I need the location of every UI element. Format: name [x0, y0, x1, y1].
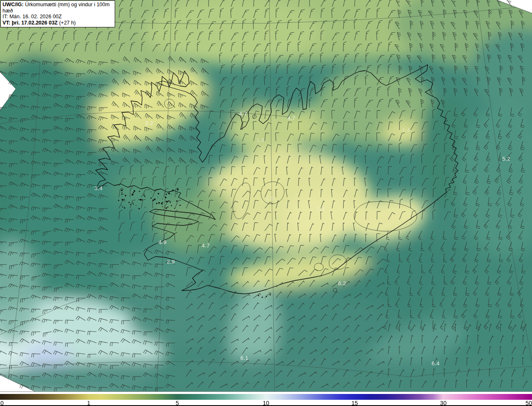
islet-dot: [133, 190, 135, 192]
glacier-outline: [329, 255, 347, 270]
valid-time-offset: (+27 h): [58, 20, 76, 26]
weather-map-screen: 2.24.74.71.81.45.23.41.61.34.94.72.96.26…: [0, 0, 532, 406]
islet-dot: [124, 194, 125, 195]
islet-dot: [171, 194, 171, 195]
islet-dot: [176, 201, 177, 202]
islet-dot: [169, 193, 170, 194]
islet-dot: [150, 198, 152, 199]
islet-dot: [156, 203, 158, 204]
islet-dot: [121, 192, 122, 193]
map-canvas: 2.24.74.71.81.45.23.41.61.34.94.72.96.26…: [0, 0, 532, 392]
precip-value-label: 4.9: [158, 239, 167, 245]
islet-dot: [176, 193, 177, 194]
product-code: UWC/IG:: [2, 2, 24, 7]
precip-value-label: 3.4: [94, 185, 103, 191]
islet-dot: [133, 203, 133, 203]
islet-dot: [138, 199, 139, 200]
islet-dot: [166, 194, 167, 195]
islet-dot: [180, 205, 181, 206]
precip-value-label: 4.7: [287, 115, 296, 121]
title-line-init-time: IT: Mán. 16. 02. 2026 00Z: [2, 14, 113, 20]
precip-value-label: 1.6: [266, 195, 274, 201]
precip-value-label: 1.4: [402, 127, 410, 133]
islet-dot: [167, 207, 169, 208]
islet-dot: [155, 191, 156, 192]
islet-dot: [158, 197, 158, 197]
islet-dot: [133, 193, 133, 194]
islet-dot: [158, 193, 159, 195]
islet-dot: [177, 192, 177, 193]
islet-dot: [124, 207, 125, 208]
islet-dot: [170, 202, 171, 203]
precip-value-label: 2.2: [145, 120, 153, 126]
islet-dot: [269, 294, 271, 295]
islet-dot: [121, 190, 123, 191]
islet-dot: [123, 199, 125, 200]
islet-dot: [162, 199, 163, 200]
glacier-outline: [165, 99, 175, 108]
islet-dot: [122, 199, 123, 201]
precip-blob: [145, 0, 320, 64]
islet-dot: [161, 203, 162, 204]
islet-dot: [133, 204, 134, 205]
islet-dot: [132, 194, 133, 196]
precip-value-label: 4.7: [239, 110, 247, 117]
islet-dot: [150, 192, 151, 193]
islet-dot: [144, 193, 145, 194]
colorbar: 01510153050: [0, 392, 532, 406]
islet-dot: [162, 206, 163, 207]
title-line-valid-time: VT: þri. 17.02.2026 03Z (+27 h): [2, 20, 113, 26]
colorbar-gradient: [0, 394, 532, 400]
islet-dot: [148, 189, 149, 190]
precip-value-label: 6.4: [431, 360, 440, 367]
islet-dot: [128, 202, 130, 203]
islet-dot: [118, 200, 119, 201]
islet-dot: [177, 188, 179, 190]
islet-dot: [133, 192, 134, 193]
islet-dot: [162, 202, 163, 203]
precip-value-label: 4.7: [202, 242, 210, 249]
islet-dot: [172, 190, 174, 191]
precip-value-label: 2.9: [167, 259, 175, 265]
islet-dot: [143, 194, 145, 196]
precip-blob: [128, 286, 232, 346]
islet-dot: [135, 205, 136, 206]
islet-dot: [261, 296, 263, 298]
islet-dot: [140, 199, 141, 201]
title-box: UWC/IG: Úrkomumætti (mm) og vindur i 100…: [0, 0, 115, 27]
islet-dot: [138, 208, 140, 209]
islet-dot: [145, 207, 145, 208]
islet-dot: [139, 191, 140, 192]
title-line-product: UWC/IG: Úrkomumætti (mm) og vindur i 100…: [2, 2, 113, 14]
islet-dot: [171, 205, 172, 206]
colorbar-tick-labels: 01510153050: [0, 400, 532, 405]
islet-dot: [125, 195, 126, 196]
islet-dot: [121, 193, 123, 195]
islet-dot: [130, 204, 131, 205]
islet-dot: [158, 202, 160, 204]
precip-value-label: 5.2: [502, 156, 510, 162]
islet-dot: [144, 196, 145, 197]
precip-value-label: 1.8: [256, 137, 265, 143]
islet-dot: [121, 205, 121, 205]
islet-dot: [165, 207, 167, 209]
islet-dot: [123, 189, 123, 190]
precip-value-label: 6.2: [338, 280, 346, 286]
islet-dot: [122, 206, 123, 207]
islet-dot: [258, 295, 259, 296]
valid-time: VT: þri. 17.02.2026 03Z: [2, 20, 58, 26]
precip-value-label: 1.3: [316, 205, 325, 212]
precip-value-label: 6.1: [240, 355, 249, 361]
islet-dot: [165, 197, 167, 198]
